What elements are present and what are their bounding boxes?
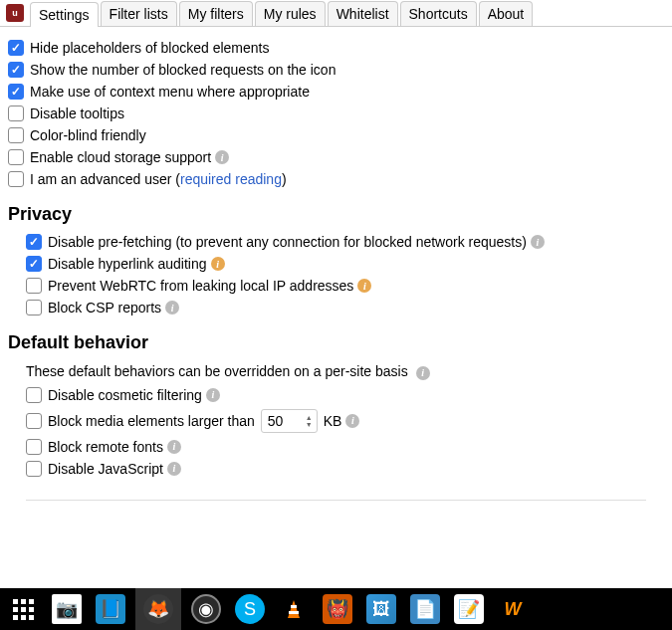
notepad-icon[interactable]: 📝 xyxy=(454,594,484,624)
option-cosmetic: Disable cosmetic filtering i xyxy=(26,384,664,406)
svg-rect-2 xyxy=(289,611,299,614)
default-behavior-subtext: These default behaviors can be overridde… xyxy=(26,359,664,384)
tab-whitelist[interactable]: Whitelist xyxy=(328,1,398,26)
steam-icon[interactable]: ◉ xyxy=(191,594,221,624)
option-show-count: Show the number of blocked requests on t… xyxy=(8,59,664,81)
label-remote-fonts: Block remote fonts xyxy=(48,439,163,455)
info-icon[interactable]: i xyxy=(357,279,371,293)
taskbar: 📷 📘 🦊 ◉ S 👹 🖼 📄 📝 W xyxy=(0,588,672,630)
option-disable-tooltips: Disable tooltips xyxy=(8,103,664,124)
wx-icon[interactable]: W xyxy=(498,594,528,624)
option-webrtc: Prevent WebRTC from leaking local IP add… xyxy=(26,275,664,297)
label-javascript: Disable JavaScript xyxy=(48,461,163,477)
screenshot-icon[interactable]: 🖼 xyxy=(366,594,396,624)
privacy-heading: Privacy xyxy=(8,204,664,225)
checkbox-prefetch[interactable] xyxy=(26,234,42,250)
camera-icon[interactable]: 📷 xyxy=(52,594,82,624)
checkbox-show-count[interactable] xyxy=(8,62,24,78)
checkbox-context-menu[interactable] xyxy=(8,84,24,100)
tab-settings[interactable]: Settings xyxy=(30,2,99,27)
option-context-menu: Make use of context menu where appropria… xyxy=(8,81,664,103)
media-size-input-wrap: ▲▼ xyxy=(261,409,318,433)
apps-launcher-icon[interactable] xyxy=(8,594,38,624)
info-icon[interactable]: i xyxy=(531,235,545,249)
option-csp: Block CSP reports i xyxy=(26,297,664,318)
svg-rect-1 xyxy=(291,605,297,608)
label-media-suffix: KB xyxy=(324,413,342,429)
option-remote-fonts: Block remote fonts i xyxy=(26,436,664,458)
label-webrtc: Prevent WebRTC from leaking local IP add… xyxy=(48,278,353,294)
info-icon[interactable]: i xyxy=(167,462,181,476)
tab-shortcuts[interactable]: Shortcuts xyxy=(400,1,477,26)
checkbox-remote-fonts[interactable] xyxy=(26,439,42,455)
info-icon[interactable]: i xyxy=(167,440,181,454)
app-orange-icon[interactable]: 👹 xyxy=(323,594,352,624)
tab-filter-lists[interactable]: Filter lists xyxy=(101,1,177,26)
label-show-count: Show the number of blocked requests on t… xyxy=(30,62,336,78)
option-javascript: Disable JavaScript i xyxy=(26,458,664,480)
checkbox-advanced-user[interactable] xyxy=(8,171,24,187)
option-media: Block media elements larger than ▲▼ KB i xyxy=(26,406,664,436)
spinner[interactable]: ▲▼ xyxy=(306,414,313,428)
label-hyperlink: Disable hyperlink auditing xyxy=(48,256,207,272)
info-icon[interactable]: i xyxy=(206,388,220,402)
spinner-up-icon[interactable]: ▲ xyxy=(306,414,313,421)
option-cloud-storage: Enable cloud storage support i xyxy=(8,146,664,168)
firefox-active-wrap: 🦊 xyxy=(135,588,181,630)
media-size-input[interactable] xyxy=(266,412,306,430)
label-cloud-storage: Enable cloud storage support xyxy=(30,149,211,165)
tab-bar: u Settings Filter lists My filters My ru… xyxy=(0,0,672,27)
required-reading-link[interactable]: required reading xyxy=(180,171,282,187)
checkbox-cloud-storage[interactable] xyxy=(8,149,24,165)
label-csp: Block CSP reports xyxy=(48,300,161,315)
label-context-menu: Make use of context menu where appropria… xyxy=(30,84,310,100)
tab-about[interactable]: About xyxy=(479,1,534,26)
subtext-text: These default behaviors can be overridde… xyxy=(26,363,408,379)
option-advanced-user: I am an advanced user (required reading) xyxy=(8,168,664,190)
info-icon[interactable]: i xyxy=(165,301,179,315)
info-icon[interactable]: i xyxy=(345,414,359,428)
label-cosmetic: Disable cosmetic filtering xyxy=(48,387,202,403)
checkbox-csp[interactable] xyxy=(26,300,42,315)
option-hide-placeholders: Hide placeholders of blocked elements xyxy=(8,37,664,59)
label-media-prefix: Block media elements larger than xyxy=(48,413,255,429)
vlc-icon[interactable] xyxy=(279,594,309,624)
default-behavior-heading: Default behavior xyxy=(8,332,664,353)
checkbox-color-blind[interactable] xyxy=(8,127,24,143)
checkbox-media[interactable] xyxy=(26,413,42,429)
checkbox-cosmetic[interactable] xyxy=(26,387,42,403)
checkbox-javascript[interactable] xyxy=(26,461,42,477)
checkbox-webrtc[interactable] xyxy=(26,278,42,294)
skype-icon[interactable]: S xyxy=(235,594,265,624)
tab-my-filters[interactable]: My filters xyxy=(179,1,253,26)
tab-my-rules[interactable]: My rules xyxy=(255,1,326,26)
advanced-suffix: ) xyxy=(282,171,287,187)
option-prefetch: Disable pre-fetching (to prevent any con… xyxy=(26,231,664,253)
ublock-shield-icon: u xyxy=(6,4,24,22)
svg-marker-0 xyxy=(288,600,300,618)
info-icon[interactable]: i xyxy=(215,150,229,164)
info-icon[interactable]: i xyxy=(416,366,430,380)
divider xyxy=(26,500,646,501)
app-icon[interactable]: 📘 xyxy=(96,594,125,624)
label-advanced-user: I am an advanced user (required reading) xyxy=(30,171,287,187)
settings-content: Hide placeholders of blocked elements Sh… xyxy=(0,27,672,511)
checkbox-hide-placeholders[interactable] xyxy=(8,40,24,56)
option-color-blind: Color-blind friendly xyxy=(8,124,664,146)
label-prefetch: Disable pre-fetching (to prevent any con… xyxy=(48,234,527,250)
label-hide-placeholders: Hide placeholders of blocked elements xyxy=(30,40,269,56)
document-icon[interactable]: 📄 xyxy=(410,594,440,624)
checkbox-disable-tooltips[interactable] xyxy=(8,105,24,121)
advanced-prefix: I am an advanced user ( xyxy=(30,171,180,187)
label-disable-tooltips: Disable tooltips xyxy=(30,105,124,121)
label-color-blind: Color-blind friendly xyxy=(30,127,146,143)
spinner-down-icon[interactable]: ▼ xyxy=(306,421,313,428)
option-hyperlink: Disable hyperlink auditing i xyxy=(26,253,664,275)
info-icon[interactable]: i xyxy=(211,257,225,271)
firefox-icon[interactable]: 🦊 xyxy=(143,594,173,624)
checkbox-hyperlink[interactable] xyxy=(26,256,42,272)
